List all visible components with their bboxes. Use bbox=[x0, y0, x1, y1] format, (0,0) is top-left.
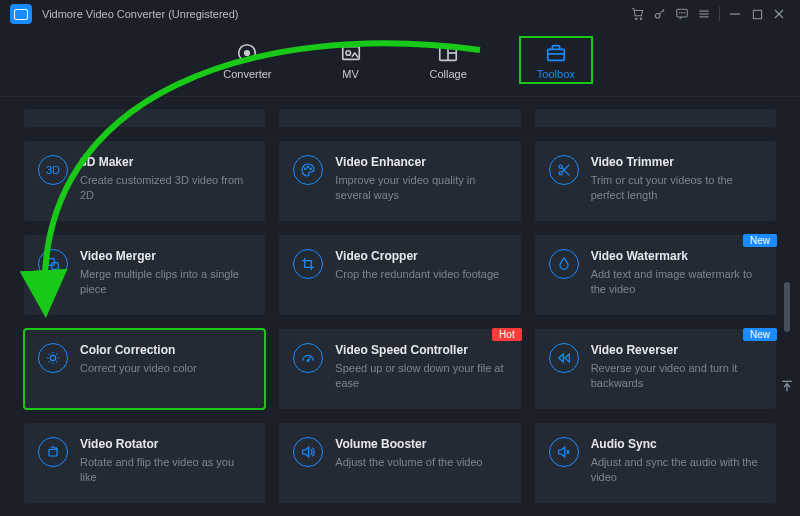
droplet-icon bbox=[549, 249, 579, 279]
close-button[interactable] bbox=[768, 3, 790, 25]
tool-card-video-cropper[interactable]: Video Cropper Crop the redundant video f… bbox=[279, 235, 520, 315]
card-desc: Add text and image watermark to the vide… bbox=[591, 267, 762, 298]
svg-point-1 bbox=[640, 18, 641, 19]
card-desc: Adjust and sync the audio with the video bbox=[591, 455, 762, 486]
tab-collage[interactable]: Collage bbox=[414, 38, 483, 82]
card-title: Audio Sync bbox=[591, 437, 762, 451]
main-tab-bar: Converter MV Collage Toolbox bbox=[0, 28, 800, 97]
tool-card-video-trimmer[interactable]: Video Trimmer Trim or cut your videos to… bbox=[535, 141, 776, 221]
tab-label: Collage bbox=[430, 68, 467, 80]
svg-rect-21 bbox=[548, 49, 565, 60]
audio-sync-icon bbox=[549, 437, 579, 467]
cart-icon[interactable] bbox=[627, 3, 649, 25]
tool-card-3d-maker[interactable]: 3D 3D Maker Create customized 3D video f… bbox=[24, 141, 265, 221]
title-bar: Vidmore Video Converter (Unregistered) bbox=[0, 0, 800, 28]
tool-card-video-reverser[interactable]: New Video Reverser Reverse your video an… bbox=[535, 329, 776, 409]
svg-point-6 bbox=[684, 13, 685, 14]
svg-point-2 bbox=[655, 13, 660, 18]
rotate-icon bbox=[38, 437, 68, 467]
card-title: Video Cropper bbox=[335, 249, 506, 263]
card-title: Volume Booster bbox=[335, 437, 506, 451]
svg-point-4 bbox=[679, 13, 680, 14]
window-title: Vidmore Video Converter (Unregistered) bbox=[42, 8, 238, 20]
svg-rect-37 bbox=[49, 449, 57, 456]
tab-converter[interactable]: Converter bbox=[207, 38, 287, 82]
card-title: Video Trimmer bbox=[591, 155, 762, 169]
minimize-button[interactable] bbox=[724, 3, 746, 25]
tool-card-volume-booster[interactable]: Volume Booster Adjust the volume of the … bbox=[279, 423, 520, 503]
key-icon[interactable] bbox=[649, 3, 671, 25]
card-title: Video Enhancer bbox=[335, 155, 506, 169]
scissors-icon bbox=[549, 155, 579, 185]
svg-point-23 bbox=[305, 168, 306, 169]
svg-rect-31 bbox=[52, 263, 59, 270]
svg-marker-35 bbox=[558, 354, 563, 362]
scrollbar-thumb[interactable] bbox=[784, 282, 790, 332]
converter-icon bbox=[236, 42, 258, 64]
tool-card-peek[interactable] bbox=[24, 109, 265, 127]
svg-point-27 bbox=[559, 172, 562, 175]
card-desc: Correct your video color bbox=[80, 361, 251, 376]
svg-point-26 bbox=[559, 165, 562, 168]
card-desc: Speed up or slow down your file at ease bbox=[335, 361, 506, 392]
card-desc: Reverse your video and turn it backwards bbox=[591, 361, 762, 392]
svg-marker-39 bbox=[558, 447, 564, 456]
badge-hot: Hot bbox=[492, 328, 522, 341]
tab-mv[interactable]: MV bbox=[324, 38, 378, 82]
svg-point-5 bbox=[682, 13, 683, 14]
svg-point-15 bbox=[245, 51, 250, 56]
app-logo-icon bbox=[10, 4, 32, 24]
svg-marker-38 bbox=[303, 447, 309, 456]
tool-card-video-rotator[interactable]: Video Rotator Rotate and flip the video … bbox=[24, 423, 265, 503]
svg-rect-11 bbox=[753, 10, 761, 18]
crop-icon bbox=[293, 249, 323, 279]
svg-marker-36 bbox=[564, 354, 569, 362]
svg-point-24 bbox=[308, 166, 309, 167]
brightness-icon bbox=[38, 343, 68, 373]
card-title: Video Rotator bbox=[80, 437, 251, 451]
badge-new: New bbox=[743, 328, 777, 341]
tool-card-video-enhancer[interactable]: Video Enhancer Improve your video qualit… bbox=[279, 141, 520, 221]
three-d-icon: 3D bbox=[38, 155, 68, 185]
svg-rect-30 bbox=[48, 259, 55, 266]
toolbox-content: 3D 3D Maker Create customized 3D video f… bbox=[0, 97, 800, 516]
feedback-icon[interactable] bbox=[671, 3, 693, 25]
menu-icon[interactable] bbox=[693, 3, 715, 25]
tab-label: MV bbox=[342, 68, 359, 80]
svg-point-32 bbox=[50, 355, 55, 360]
card-title: Video Merger bbox=[80, 249, 251, 263]
collage-icon bbox=[437, 42, 459, 64]
badge-new: New bbox=[743, 234, 777, 247]
toolbox-icon bbox=[545, 42, 567, 64]
tab-label: Toolbox bbox=[537, 68, 575, 80]
card-desc: Merge multiple clips into a single piece bbox=[80, 267, 251, 298]
tool-card-color-correction[interactable]: Color Correction Correct your video colo… bbox=[24, 329, 265, 409]
tool-card-peek[interactable] bbox=[535, 109, 776, 127]
scroll-to-top-icon[interactable] bbox=[779, 377, 795, 395]
card-desc: Crop the redundant video footage bbox=[335, 267, 506, 282]
maximize-button[interactable] bbox=[746, 3, 768, 25]
rewind-icon bbox=[549, 343, 579, 373]
mv-icon bbox=[340, 42, 362, 64]
svg-point-17 bbox=[345, 51, 350, 56]
card-title: Video Reverser bbox=[591, 343, 762, 357]
card-desc: Trim or cut your videos to the perfect l… bbox=[591, 173, 762, 204]
card-title: Video Watermark bbox=[591, 249, 762, 263]
tool-card-video-speed-controller[interactable]: Hot Video Speed Controller Speed up or s… bbox=[279, 329, 520, 409]
tab-toolbox[interactable]: Toolbox bbox=[519, 36, 593, 84]
card-title: Video Speed Controller bbox=[335, 343, 506, 357]
tool-card-audio-sync[interactable]: Audio Sync Adjust and sync the audio wit… bbox=[535, 423, 776, 503]
tab-label: Converter bbox=[223, 68, 271, 80]
tool-card-video-merger[interactable]: Video Merger Merge multiple clips into a… bbox=[24, 235, 265, 315]
palette-icon bbox=[293, 155, 323, 185]
merge-icon bbox=[38, 249, 68, 279]
card-desc: Create customized 3D video from 2D bbox=[80, 173, 251, 204]
card-title: Color Correction bbox=[80, 343, 251, 357]
tool-card-peek[interactable] bbox=[279, 109, 520, 127]
card-desc: Improve your video quality in several wa… bbox=[335, 173, 506, 204]
svg-point-25 bbox=[310, 168, 311, 169]
svg-point-0 bbox=[636, 18, 637, 19]
tool-card-video-watermark[interactable]: New Video Watermark Add text and image w… bbox=[535, 235, 776, 315]
gauge-icon bbox=[293, 343, 323, 373]
card-desc: Adjust the volume of the video bbox=[335, 455, 506, 470]
